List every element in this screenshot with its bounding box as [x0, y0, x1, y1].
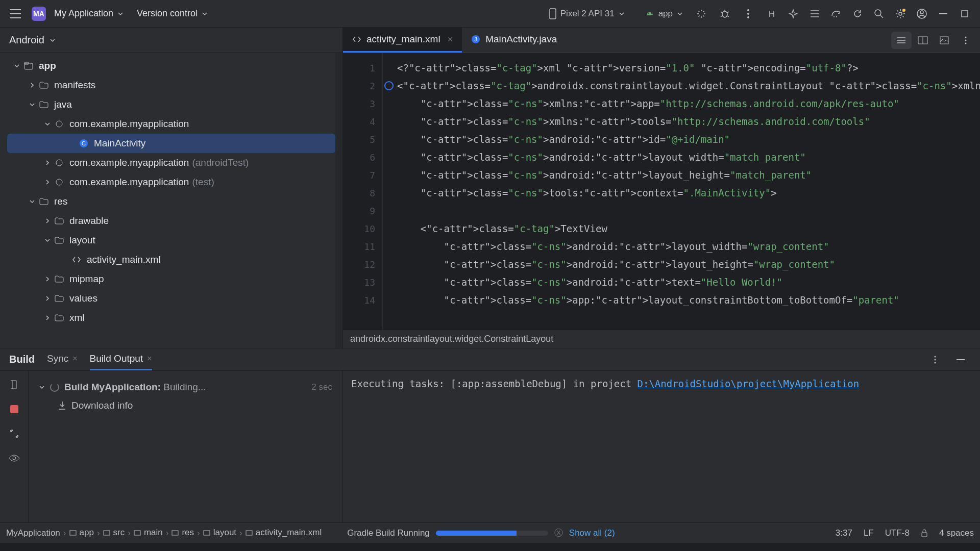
close-icon[interactable]: ×: [72, 354, 77, 363]
build-minimize-button[interactable]: [950, 349, 971, 370]
more-button[interactable]: [738, 4, 758, 24]
indent-setting[interactable]: 4 spaces: [939, 528, 974, 538]
search-button[interactable]: [869, 4, 889, 24]
cursor-position[interactable]: 3:37: [836, 528, 852, 538]
tree-node-xml[interactable]: xml: [0, 308, 342, 328]
build-task-tree[interactable]: Build MyApplication: Building... 2 sec D…: [29, 371, 343, 522]
tree-node-app[interactable]: app: [0, 56, 342, 76]
folder-icon: [38, 101, 50, 108]
tree-node-mainactivity[interactable]: C MainActivity: [7, 134, 335, 153]
account-button[interactable]: [912, 4, 932, 24]
vcs-dropdown[interactable]: Version control: [132, 5, 213, 22]
stop-build-button[interactable]: [7, 402, 22, 417]
project-name-dropdown[interactable]: My Application: [49, 5, 129, 22]
progress-cancel-button[interactable]: ⓧ: [554, 527, 563, 539]
tree-node-package-test[interactable]: com.example.myapplication(test): [0, 172, 342, 192]
vcs-label: Version control: [137, 8, 198, 19]
ai-assist-button[interactable]: [783, 4, 803, 24]
tree-label: com.example.myapplication(androidTest): [69, 157, 249, 168]
build-download-label: Download info: [71, 400, 133, 411]
code-editor[interactable]: 1 2 3 4 5 6 7 8 9 10 11 12 13 14 <?"c-at…: [343, 53, 980, 330]
build-more-button[interactable]: [925, 349, 945, 370]
settings-button[interactable]: [890, 4, 911, 24]
tool-scroll-button[interactable]: [7, 377, 22, 392]
toggle-tool-button[interactable]: [804, 4, 825, 24]
svg-point-25: [965, 36, 967, 38]
tab-activity-main[interactable]: activity_main.xml ×: [343, 28, 462, 53]
build-task-row[interactable]: Build MyApplication: Building... 2 sec: [39, 378, 332, 396]
xml-file-icon: [70, 256, 83, 263]
refresh-icon: [852, 9, 863, 19]
maximize-button[interactable]: [954, 4, 975, 24]
editor-tabs: activity_main.xml × J MainActivity.java: [343, 28, 980, 53]
tree-node-mipmap[interactable]: mipmap: [0, 269, 342, 289]
svg-point-5: [747, 13, 749, 15]
tree-node-manifests[interactable]: manifests: [0, 76, 342, 95]
tree-node-java[interactable]: java: [0, 95, 342, 114]
tool-expand-button[interactable]: [7, 426, 22, 441]
tab-mainactivity-java[interactable]: J MainActivity.java: [462, 28, 566, 53]
svg-rect-31: [957, 359, 965, 360]
sidebar-view-selector[interactable]: Android: [0, 28, 342, 53]
lines-icon: [810, 10, 820, 18]
svg-point-32: [13, 457, 16, 460]
split-view-button[interactable]: [913, 32, 933, 49]
svg-point-28: [935, 356, 936, 357]
build-panel-title: Build: [9, 354, 35, 365]
tab-label: Build Output: [90, 353, 143, 364]
tree-node-package[interactable]: com.example.myapplication: [0, 114, 342, 134]
build-tool-column: [0, 371, 29, 522]
tree-node-layout[interactable]: layout: [0, 231, 342, 250]
chevron-down-icon: [619, 11, 625, 17]
file-encoding[interactable]: UTF-8: [885, 528, 910, 538]
close-icon[interactable]: ×: [448, 34, 453, 45]
tab-label: activity_main.xml: [366, 34, 440, 45]
editor-breadcrumb[interactable]: androidx.constraintlayout.widget.Constra…: [343, 330, 980, 348]
breadcrumb[interactable]: MyApplication›app›src›main›res›layout›ac…: [6, 528, 322, 538]
chevron-down-icon: [117, 11, 124, 17]
svg-point-26: [965, 39, 967, 41]
design-view-button[interactable]: [934, 32, 954, 49]
build-tab-output[interactable]: Build Output ×: [90, 348, 152, 370]
share-icon: [767, 9, 777, 19]
more-vertical-icon: [965, 36, 967, 44]
line-ending[interactable]: LF: [864, 528, 874, 538]
minimize-button[interactable]: [933, 4, 953, 24]
loading-icon: [691, 4, 712, 24]
tabs-more-button[interactable]: [955, 32, 976, 49]
tree-node-package-androidtest[interactable]: com.example.myapplication(androidTest): [0, 153, 342, 172]
project-tree[interactable]: app manifests java com.example.myapplica…: [0, 53, 342, 348]
device-selector[interactable]: Pixel 2 API 31: [544, 6, 630, 21]
code-content[interactable]: <?"c-attr">class="c-tag">xml "c-attr">ve…: [383, 53, 980, 330]
code-view-button[interactable]: [891, 32, 912, 49]
debug-button[interactable]: [715, 4, 735, 24]
java-file-icon: J: [471, 35, 480, 44]
svg-point-8: [899, 12, 902, 15]
build-tab-sync[interactable]: Sync ×: [47, 348, 78, 370]
readonly-icon[interactable]: [921, 529, 928, 538]
spinner-icon: [50, 383, 59, 392]
stop-icon: [10, 405, 18, 413]
build-download-row[interactable]: Download info: [39, 396, 332, 415]
build-console[interactable]: Executing tasks: [:app:assembleDebug] in…: [343, 371, 980, 522]
show-all-link[interactable]: Show all (2): [569, 528, 615, 538]
sidebar-scrollbar[interactable]: [335, 53, 342, 348]
tool-eye-button[interactable]: [7, 450, 22, 466]
tree-node-res[interactable]: res: [0, 192, 342, 211]
tree-node-activity-xml[interactable]: activity_main.xml: [0, 250, 342, 269]
elephant-button[interactable]: [826, 4, 846, 24]
svg-rect-36: [172, 531, 178, 535]
workspace: Android app manifests java com: [0, 28, 980, 348]
code-with-me-button[interactable]: [762, 4, 782, 24]
reload-button[interactable]: [847, 4, 868, 24]
chevron-down-icon: [39, 384, 45, 390]
tree-node-values[interactable]: values: [0, 289, 342, 308]
run-config-selector[interactable]: app: [640, 7, 688, 21]
console-path-link[interactable]: D:\AndroidStudio\project\MyApplication: [638, 378, 860, 389]
tree-node-drawable[interactable]: drawable: [0, 211, 342, 231]
main-menu-button[interactable]: [5, 4, 26, 24]
close-icon[interactable]: ×: [147, 354, 152, 363]
sidebar-view-label: Android: [9, 34, 44, 46]
svg-rect-35: [134, 531, 140, 535]
svg-rect-13: [962, 11, 968, 17]
